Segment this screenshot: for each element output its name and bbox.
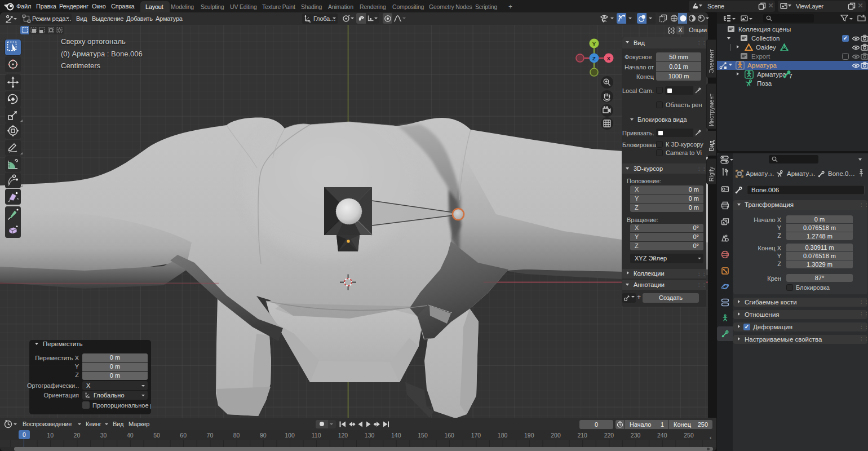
svg-text:X: X (607, 55, 611, 61)
svg-text:Y: Y (592, 41, 596, 47)
svg-text:Z: Z (592, 55, 596, 61)
